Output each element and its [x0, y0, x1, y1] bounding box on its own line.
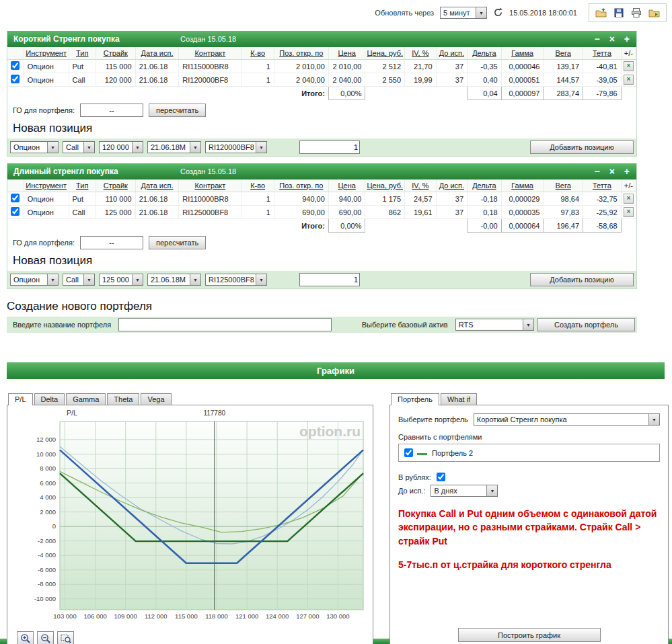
column-header[interactable]: Страйк — [96, 47, 135, 60]
portfolio-select[interactable]: Короткий Стренгл покупка▼ — [474, 413, 660, 426]
column-header[interactable]: Цена, руб. — [365, 47, 405, 60]
recalculate-button[interactable]: пересчитать — [149, 236, 206, 249]
column-header[interactable]: Поз. откр. по — [274, 179, 328, 192]
go-input[interactable] — [80, 236, 143, 249]
column-header[interactable]: Тип — [69, 47, 96, 60]
tab-what-if[interactable]: What if — [441, 393, 477, 405]
column-header[interactable]: Инструмент — [24, 179, 69, 192]
recalculate-button[interactable]: пересчитать — [149, 104, 206, 117]
column-header[interactable]: IV, % — [405, 179, 437, 192]
rub-label: В рублях: — [398, 473, 431, 481]
cell-delta: -0,18 — [468, 192, 502, 206]
column-header[interactable]: К-во — [241, 179, 274, 192]
np-type-select[interactable]: Call▼ — [63, 141, 95, 153]
minimize-icon[interactable]: − — [594, 34, 599, 44]
np-instrument-select[interactable]: Опцион▼ — [10, 274, 59, 286]
column-header[interactable]: Гамма — [501, 47, 544, 60]
svg-text:8 000: 8 000 — [40, 465, 56, 472]
np-contract-select[interactable]: RI120000BF8▼ — [205, 141, 267, 153]
go-input[interactable] — [80, 104, 143, 117]
svg-text:-4 000: -4 000 — [38, 551, 56, 559]
zoom-out-button[interactable] — [37, 631, 54, 644]
column-header[interactable]: Тип — [69, 179, 96, 192]
position-checkbox[interactable] — [11, 207, 20, 216]
column-header[interactable]: Тетта — [583, 47, 622, 60]
build-chart-button[interactable]: Построить график — [458, 628, 601, 642]
tab-gamma[interactable]: Gamma — [66, 393, 106, 405]
column-header[interactable]: Вега — [544, 47, 583, 60]
np-contract-select[interactable]: RI125000BF8▼ — [205, 274, 267, 286]
tab-delta[interactable]: Delta — [34, 393, 65, 405]
np-expiry-select[interactable]: 21.06.18М▼ — [147, 274, 201, 286]
cell-price_rub: 862 — [365, 206, 405, 219]
zoom-in-button[interactable] — [17, 631, 34, 644]
select-column-header — [7, 47, 24, 60]
column-header[interactable]: Контракт — [179, 179, 241, 192]
tab-pl[interactable]: P/L — [8, 393, 33, 405]
open-icon[interactable] — [595, 7, 607, 18]
np-type-select[interactable]: Call▼ — [63, 274, 95, 286]
refresh-icon[interactable] — [493, 7, 503, 19]
add-icon[interactable]: + — [624, 167, 630, 176]
add-icon[interactable]: + — [624, 34, 630, 44]
create-portfolio-button[interactable]: Создать портфель — [537, 318, 635, 331]
compare-item[interactable]: Портфель 2 — [404, 448, 473, 457]
np-instrument-select[interactable]: Опцион▼ — [10, 141, 59, 153]
delete-position-button[interactable]: × — [624, 194, 634, 204]
tab-theta[interactable]: Theta — [107, 393, 139, 405]
tab-portfolio[interactable]: Портфель — [391, 393, 439, 405]
export-icon[interactable] — [648, 7, 660, 18]
np-strike-select[interactable]: 120 000▼ — [99, 141, 143, 153]
minimize-icon[interactable]: − — [594, 167, 599, 176]
delete-position-button[interactable]: × — [624, 75, 634, 85]
tab-vega[interactable]: Vega — [141, 393, 171, 405]
column-header[interactable]: До исп. — [436, 179, 468, 192]
save-icon[interactable] — [613, 7, 624, 18]
column-header[interactable]: Дельта — [468, 47, 502, 60]
add-position-button[interactable]: Добавить позицию — [530, 140, 634, 154]
column-header[interactable]: Тетта — [583, 179, 622, 192]
compare-checkbox[interactable] — [404, 448, 413, 457]
portfolio-name-input[interactable] — [118, 318, 332, 331]
position-checkbox[interactable] — [11, 61, 20, 70]
column-header[interactable]: +/- — [621, 47, 636, 60]
print-icon[interactable] — [631, 7, 642, 18]
column-header[interactable]: Контракт — [179, 47, 241, 60]
column-header[interactable]: Страйк — [96, 179, 135, 192]
column-header[interactable]: Цена — [328, 179, 365, 192]
portfolio-created: Создан 15.05.18 — [180, 167, 236, 175]
column-header[interactable]: Вега — [544, 179, 583, 192]
days-select[interactable]: В днях▼ — [431, 485, 498, 497]
column-header[interactable]: Дельта — [468, 179, 502, 192]
column-header[interactable]: Дата исп. — [135, 179, 179, 192]
delete-position-button[interactable]: × — [624, 207, 634, 217]
delete-position-button[interactable]: × — [624, 61, 634, 71]
column-header[interactable]: Дата исп. — [135, 47, 179, 60]
zoom-area-button[interactable] — [57, 631, 74, 644]
portfolio-header: Короткий Стренгл покупка Создан 15.05.18… — [7, 31, 636, 47]
position-checkbox[interactable] — [11, 194, 20, 202]
update-interval-select[interactable]: 5 минут ▼ — [440, 7, 487, 19]
close-icon[interactable]: × — [609, 34, 615, 44]
column-header[interactable]: Поз. откр. по — [274, 47, 328, 60]
go-label: ГО для портфеля: — [13, 106, 75, 114]
np-strike-select[interactable]: 125 000▼ — [99, 274, 143, 286]
column-header[interactable]: +/- — [621, 179, 636, 192]
np-quantity-input[interactable] — [299, 273, 360, 286]
rub-checkbox[interactable] — [437, 473, 445, 481]
column-header[interactable]: Цена, руб. — [365, 179, 405, 192]
np-quantity-input[interactable] — [299, 140, 360, 154]
column-header[interactable]: До исп. — [436, 47, 468, 60]
svg-text:118 000: 118 000 — [205, 612, 228, 620]
column-header[interactable]: Цена — [328, 47, 365, 60]
column-header[interactable]: Гамма — [501, 179, 544, 192]
column-header[interactable]: IV, % — [405, 47, 437, 60]
column-header[interactable]: Инструмент — [24, 47, 69, 60]
add-position-button[interactable]: Добавить позицию — [530, 273, 634, 286]
base-asset-select[interactable]: RTS▼ — [455, 319, 534, 331]
close-icon[interactable]: × — [609, 167, 615, 176]
column-header[interactable]: К-во — [241, 47, 274, 60]
np-expiry-select[interactable]: 21.06.18М▼ — [147, 141, 201, 153]
totals-delta: 0,04 — [468, 87, 502, 100]
position-checkbox[interactable] — [11, 75, 20, 83]
